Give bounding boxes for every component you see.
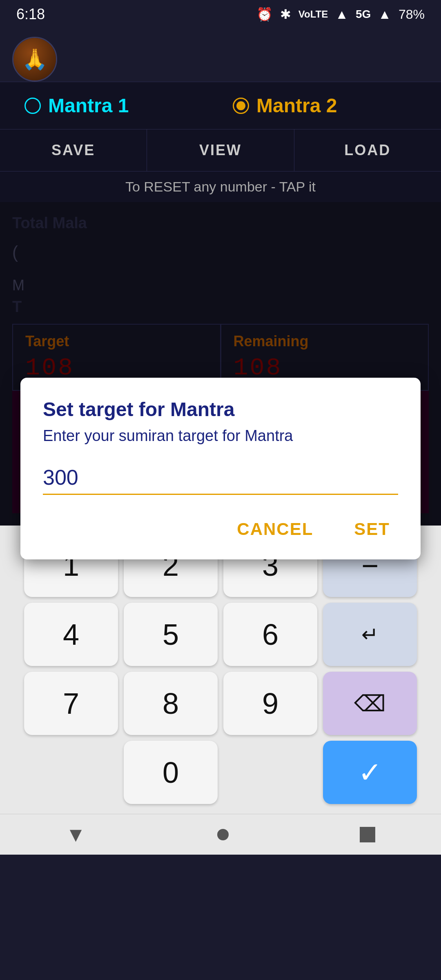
- wifi-icon: ▲: [335, 7, 348, 22]
- target-input[interactable]: [43, 461, 398, 495]
- signal-icon: ▲: [378, 7, 391, 22]
- alarm-icon: ⏰: [256, 7, 273, 22]
- mantra2-circle: [233, 98, 249, 114]
- cancel-button[interactable]: CANCEL: [229, 515, 321, 543]
- status-icons: ⏰ ✱ VoLTE ▲ 5G ▲ 78%: [256, 7, 425, 22]
- dialog-title: Set target for Mantra: [43, 398, 398, 421]
- tab-mantra2[interactable]: Mantra 2: [220, 90, 429, 121]
- reset-hint: To RESET any number - TAP it: [0, 172, 441, 202]
- key-enter[interactable]: ✓: [323, 741, 417, 804]
- app-header: 🙏: [0, 29, 441, 82]
- key-4[interactable]: 4: [24, 603, 118, 666]
- set-target-dialog: Set target for Mantra Enter your sumiran…: [20, 378, 421, 559]
- bluetooth-icon: ✱: [280, 7, 291, 22]
- key-delete[interactable]: ⌫: [323, 672, 417, 735]
- recents-nav-icon[interactable]: [360, 827, 375, 842]
- key-6[interactable]: 6: [223, 603, 317, 666]
- keyboard-row-3: 7 8 9 ⌫: [6, 672, 435, 735]
- key-7[interactable]: 7: [24, 672, 118, 735]
- key-0[interactable]: 0: [124, 741, 218, 804]
- avatar-image: 🙏: [13, 38, 56, 80]
- mantra2-label: Mantra 2: [256, 94, 337, 117]
- battery-icon: 78%: [399, 7, 425, 22]
- home-nav-icon[interactable]: [217, 829, 229, 840]
- dialog-subtitle: Enter your sumiran target for Mantra: [43, 427, 398, 445]
- keyboard-row-2: 4 5 6 ↵: [6, 603, 435, 666]
- set-button[interactable]: SET: [346, 515, 398, 543]
- main-content: Total Mala ( M T Target 108 Remaining 10…: [0, 202, 441, 526]
- save-button[interactable]: SAVE: [0, 129, 147, 171]
- view-button[interactable]: VIEW: [147, 129, 294, 171]
- action-buttons: SAVE VIEW LOAD: [0, 129, 441, 172]
- dialog-actions: CANCEL SET: [43, 515, 398, 543]
- key-return[interactable]: ↵: [323, 603, 417, 666]
- keyboard-row-4: 0 ✓: [6, 741, 435, 804]
- time-display: 6:18: [16, 6, 45, 23]
- tab-mantra1[interactable]: Mantra 1: [12, 90, 220, 121]
- key-8[interactable]: 8: [124, 672, 218, 735]
- key-5[interactable]: 5: [124, 603, 218, 666]
- load-button[interactable]: LOAD: [294, 129, 441, 171]
- 5g-icon: 5G: [356, 8, 371, 21]
- volte-icon: VoLTE: [298, 9, 328, 20]
- mantra-tabs: Mantra 1 Mantra 2: [0, 82, 441, 129]
- mantra1-circle: [24, 98, 41, 114]
- profile-avatar[interactable]: 🙏: [12, 37, 57, 82]
- nav-bar: ▼: [0, 814, 441, 855]
- status-bar: 6:18 ⏰ ✱ VoLTE ▲ 5G ▲ 78%: [0, 0, 441, 29]
- key-9[interactable]: 9: [223, 672, 317, 735]
- mantra1-label: Mantra 1: [48, 94, 129, 117]
- back-nav-icon[interactable]: ▼: [66, 823, 86, 846]
- keyboard: 1 2 3 − 4 5 6 ↵ 7 8 9 ⌫ 0 ✓: [0, 526, 441, 814]
